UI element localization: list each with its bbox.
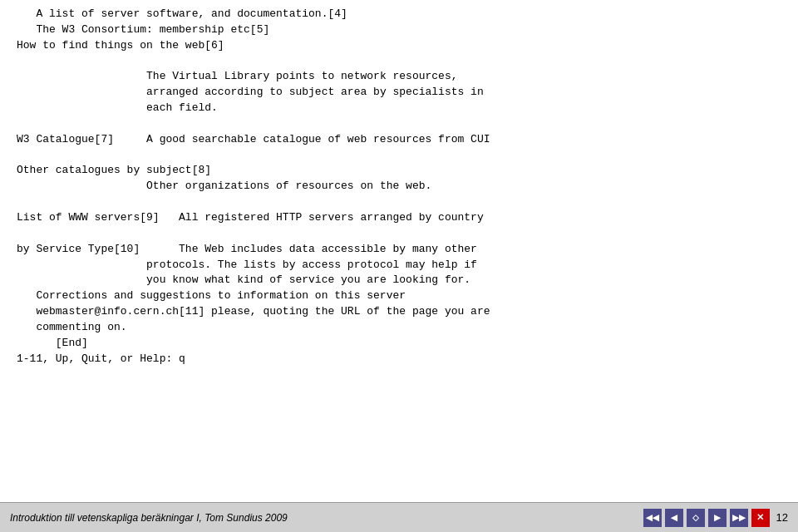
last-page-button[interactable]: ▶▶ (730, 509, 748, 527)
footer: Introduktion till vetenskapliga beräknin… (0, 502, 798, 532)
diamond-button[interactable]: ◇ (687, 509, 705, 527)
close-button[interactable]: ✕ (751, 509, 770, 527)
footer-title: Introduktion till vetenskapliga beräknin… (10, 512, 288, 524)
content-text: A list of server software, and documenta… (17, 7, 781, 367)
main-content: A list of server software, and documenta… (0, 0, 798, 502)
prev-page-button[interactable]: ◀ (665, 509, 683, 527)
footer-controls: ◀◀ ◀ ◇ ▶ ▶▶ ✕ 12 (643, 509, 788, 527)
first-page-button[interactable]: ◀◀ (643, 509, 662, 527)
page-number: 12 (776, 511, 788, 524)
next-page-button[interactable]: ▶ (708, 509, 727, 527)
